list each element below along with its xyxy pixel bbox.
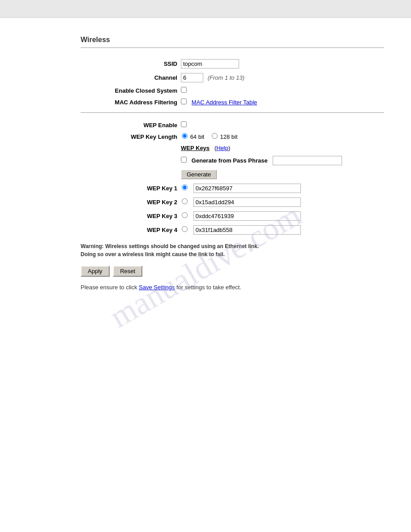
generate-row: Generate from Pass Phrase <box>81 154 384 167</box>
wep-128bit-label: 128 bit <box>220 133 238 140</box>
wep-form: WEP Enable WEP Key Length 64 bit 128 bit <box>81 119 384 237</box>
wep-key1-input[interactable] <box>193 184 301 193</box>
closed-system-checkbox[interactable] <box>181 87 187 93</box>
wep-key-length-row: WEP Key Length 64 bit 128 bit <box>81 131 384 142</box>
action-buttons: Apply Reset <box>81 266 384 277</box>
wireless-form: SSID Channel (From 1 to 13) Enable Close… <box>81 57 384 108</box>
mac-filter-checkbox[interactable] <box>181 99 187 104</box>
wep-key1-cell <box>179 181 384 195</box>
wep-key2-input[interactable] <box>193 197 301 207</box>
closed-system-row: Enable Closed System <box>81 85 384 96</box>
channel-input[interactable] <box>181 73 203 82</box>
closed-system-label: Enable Closed System <box>81 85 179 96</box>
generate-cell: Generate from Pass Phrase <box>179 154 384 167</box>
ssid-input[interactable] <box>181 59 239 69</box>
warning-text: Warning: Wireless settings should be cha… <box>81 242 384 258</box>
wep-keys-heading-value: WEP Keys (Help) <box>179 142 384 154</box>
ssid-cell <box>179 57 384 71</box>
reset-button[interactable]: Reset <box>113 266 142 277</box>
wep-key4-cell <box>179 223 384 237</box>
wep-key3-cell <box>179 209 384 223</box>
generate-label: Generate from Pass Phrase <box>192 157 268 164</box>
page-title: Wireless <box>81 36 384 44</box>
save-note-suffix: for settings to take effect. <box>175 284 241 291</box>
mac-filter-cell: MAC Address Filter Table <box>179 96 384 108</box>
section-divider-mid <box>81 112 384 113</box>
wep-keys-heading-row: WEP Keys (Help) <box>81 142 384 154</box>
wep-key-length-cell: 64 bit 128 bit <box>179 131 384 142</box>
wep-key3-radio[interactable] <box>182 212 188 218</box>
section-divider-top <box>81 47 384 48</box>
mac-filter-row: MAC Address Filtering MAC Address Filter… <box>81 96 384 108</box>
wep-key4-row: WEP Key 4 <box>81 223 384 237</box>
mac-filter-label: MAC Address Filtering <box>81 96 179 108</box>
channel-row: Channel (From 1 to 13) <box>81 71 384 85</box>
wep-enable-label: WEP Enable <box>81 119 179 131</box>
generate-checkbox[interactable] <box>181 157 187 163</box>
wep-enable-checkbox[interactable] <box>181 121 187 127</box>
wep-128bit-radio[interactable] <box>212 133 218 139</box>
wep-key3-row: WEP Key 3 <box>81 209 384 223</box>
generate-button[interactable]: Generate <box>181 170 217 179</box>
wep-key2-row: WEP Key 2 <box>81 195 384 209</box>
generate-btn-row: Generate <box>81 167 384 181</box>
save-settings-link[interactable]: Save Settings <box>139 284 175 291</box>
wep-key1-radio[interactable] <box>182 184 188 190</box>
top-bar <box>0 0 411 18</box>
save-note: Please ensure to click Save Settings for… <box>81 284 384 291</box>
apply-button[interactable]: Apply <box>81 266 110 277</box>
wep-enable-row: WEP Enable <box>81 119 384 131</box>
wep-help-link[interactable]: Help <box>216 145 228 151</box>
channel-cell: (From 1 to 13) <box>179 71 384 85</box>
passphrase-input[interactable] <box>273 156 342 165</box>
save-note-prefix: Please ensure to click <box>81 284 139 291</box>
wep-key2-radio[interactable] <box>182 198 188 204</box>
channel-label: Channel <box>81 71 179 85</box>
page-content: Wireless SSID Channel (From 1 to 13) Ena <box>0 18 411 309</box>
generate-label-cell <box>81 154 179 167</box>
wep-64bit-radio[interactable] <box>182 133 188 139</box>
wep-enable-cell <box>179 119 384 131</box>
ssid-label: SSID <box>81 57 179 71</box>
wep-keys-label: WEP Keys <box>181 145 210 151</box>
warning-line1: Warning: Wireless settings should be cha… <box>81 243 259 249</box>
wep-keys-heading-cell <box>81 142 179 154</box>
wep-key4-label: WEP Key 4 <box>81 223 179 237</box>
wep-key3-label: WEP Key 3 <box>81 209 179 223</box>
wep-key1-label: WEP Key 1 <box>81 181 179 195</box>
wep-key2-cell <box>179 195 384 209</box>
warning-line2: Doing so over a wireless link might caus… <box>81 251 225 257</box>
channel-hint: (From 1 to 13) <box>208 74 244 81</box>
wep-key1-row: WEP Key 1 <box>81 181 384 195</box>
wep-key4-input[interactable] <box>193 225 301 235</box>
mac-filter-link[interactable]: MAC Address Filter Table <box>192 99 257 106</box>
wep-key4-radio[interactable] <box>182 226 188 232</box>
closed-system-cell <box>179 85 384 96</box>
wep-key3-input[interactable] <box>193 211 301 221</box>
ssid-row: SSID <box>81 57 384 71</box>
wep-64bit-label: 64 bit <box>190 133 205 140</box>
wep-key-length-label: WEP Key Length <box>81 131 179 142</box>
wep-key2-label: WEP Key 2 <box>81 195 179 209</box>
